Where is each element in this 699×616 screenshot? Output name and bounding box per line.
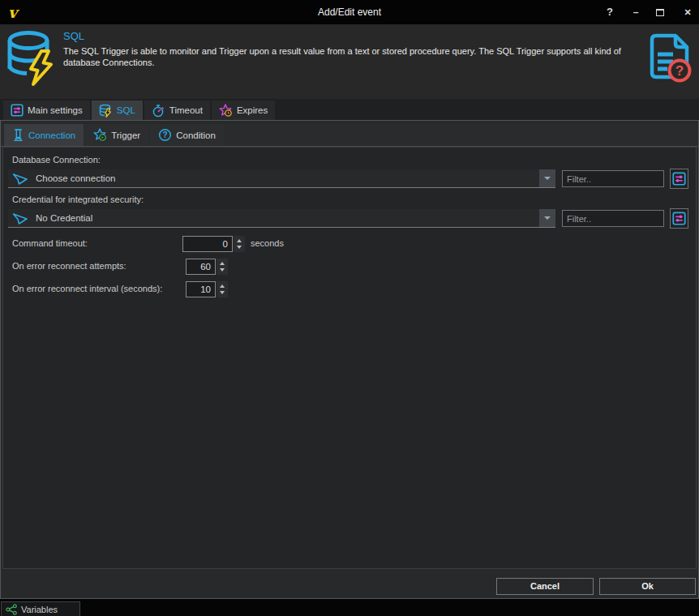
database-connection-dropdown[interactable]: Choose connection xyxy=(8,169,555,188)
reconnect-attempts-input[interactable] xyxy=(186,259,216,275)
titlebar: v Add/Edit event ? – ✕ xyxy=(0,0,699,24)
tab-main-settings[interactable]: Main settings xyxy=(3,101,90,120)
reconnect-interval-label: On error reconnect interval (seconds): xyxy=(12,284,162,293)
cancel-button[interactable]: Cancel xyxy=(496,578,594,595)
document-help-icon: ? xyxy=(644,32,693,84)
tab-timeout[interactable]: Timeout xyxy=(144,101,210,120)
credential-dropdown[interactable]: No Credential xyxy=(8,209,555,228)
close-button[interactable]: ✕ xyxy=(680,0,696,24)
svg-text:?: ? xyxy=(675,63,684,79)
stopwatch-icon xyxy=(152,104,165,118)
spin-buttons[interactable] xyxy=(217,281,228,297)
subtab-label: Trigger xyxy=(111,130,140,140)
tab-expires[interactable]: Expires xyxy=(212,101,275,120)
credential-manage-button[interactable] xyxy=(670,208,688,229)
command-timeout-label: Command timeout: xyxy=(12,238,88,248)
event-type-description: The SQL Trigger is able to monitor and T… xyxy=(63,46,636,68)
tab-label: Expires xyxy=(237,105,268,115)
seconds-unit-label: seconds xyxy=(251,238,284,248)
spin-down-icon xyxy=(237,246,242,249)
star-clock-icon xyxy=(219,104,233,118)
choose-arrow-icon xyxy=(11,211,29,226)
connection-form: Database Connection: Choose connection xyxy=(2,147,697,569)
spin-buttons[interactable] xyxy=(217,259,228,275)
credential-dropdown-button[interactable] xyxy=(539,209,555,227)
credential-value: No Credential xyxy=(36,213,539,223)
star-play-icon xyxy=(93,128,107,142)
command-timeout-spinner xyxy=(182,236,245,252)
subtab-condition[interactable]: ? Condition xyxy=(150,124,224,146)
chevron-down-icon xyxy=(544,216,551,220)
database-connection-label: Database Connection: xyxy=(12,155,101,165)
svg-text:?: ? xyxy=(163,130,168,139)
sql-database-lightning-icon xyxy=(5,29,58,88)
spin-buttons[interactable] xyxy=(234,236,245,252)
sub-tabstrip: Connection Trigger ? xyxy=(1,124,698,147)
reconnect-attempts-label: On error reconnect attempts: xyxy=(12,261,127,271)
spin-down-icon xyxy=(220,291,225,294)
add-edit-event-dialog: v Add/Edit event ? – ✕ SQL The SQL Trigg… xyxy=(0,0,699,616)
subtab-trigger[interactable]: Trigger xyxy=(85,124,148,146)
tab-label: Timeout xyxy=(169,105,203,115)
header: SQL The SQL Trigger is able to monitor a… xyxy=(0,24,699,99)
sliders-icon xyxy=(11,104,24,117)
sliders-icon xyxy=(672,172,686,186)
maximize-button[interactable] xyxy=(652,0,668,24)
spin-up-icon xyxy=(220,262,225,265)
reconnect-attempts-spinner xyxy=(186,259,228,275)
help-button[interactable]: ? xyxy=(602,0,618,24)
command-timeout-input[interactable] xyxy=(182,236,233,252)
reconnect-interval-input[interactable] xyxy=(186,281,216,297)
minimize-button[interactable]: – xyxy=(628,0,644,24)
sql-tab-panel: Connection Trigger ? xyxy=(0,120,699,599)
maximize-icon xyxy=(656,9,664,16)
spin-up-icon xyxy=(237,239,242,242)
connection-pillar-icon xyxy=(12,128,24,142)
variables-tab[interactable]: Variables xyxy=(1,601,80,616)
spin-down-icon xyxy=(220,268,225,272)
question-circle-icon: ? xyxy=(158,128,172,142)
database-connection-value: Choose connection xyxy=(36,173,539,183)
credential-filter-input[interactable] xyxy=(562,210,664,227)
window-title: Add/Edit event xyxy=(0,0,699,24)
event-type-title: SQL xyxy=(63,30,84,42)
tab-sql[interactable]: SQL xyxy=(92,101,143,120)
database-connection-dropdown-button[interactable] xyxy=(539,169,555,187)
subtab-connection[interactable]: Connection xyxy=(4,124,84,146)
subtab-label: Connection xyxy=(28,130,75,140)
subtab-label: Condition xyxy=(176,130,216,140)
spin-up-icon xyxy=(220,284,225,288)
database-connection-manage-button[interactable] xyxy=(670,169,688,189)
database-connection-filter-input[interactable] xyxy=(562,170,664,187)
tab-label: SQL xyxy=(117,105,135,115)
credential-label: Credential for integrated security: xyxy=(12,195,144,204)
reconnect-interval-spinner xyxy=(186,281,228,297)
sliders-icon xyxy=(672,212,686,225)
sql-mini-icon xyxy=(99,104,113,118)
tab-label: Main settings xyxy=(28,105,83,115)
statusbar: Variables xyxy=(0,599,699,616)
ok-button[interactable]: Ok xyxy=(599,578,696,595)
choose-arrow-icon xyxy=(11,171,29,186)
main-tabstrip: Main settings SQL xyxy=(0,99,699,120)
variables-tab-label: Variables xyxy=(21,605,58,614)
chevron-down-icon xyxy=(544,177,551,180)
variables-share-icon xyxy=(6,604,17,615)
